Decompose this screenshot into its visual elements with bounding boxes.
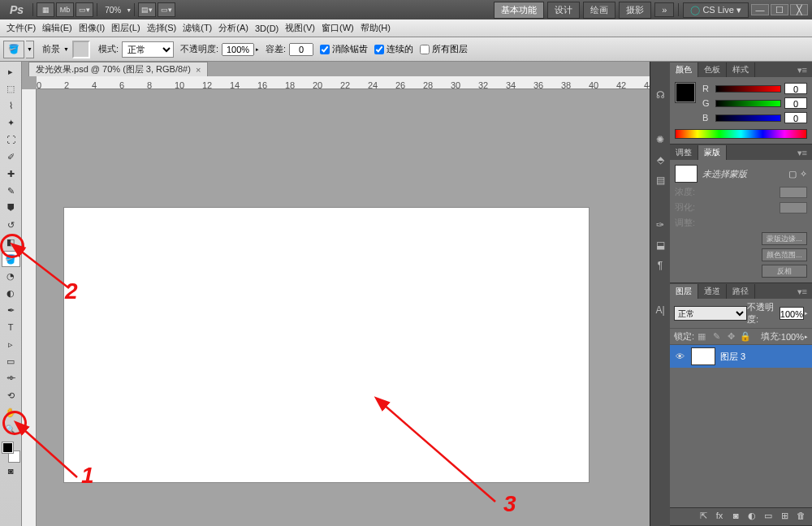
history-icon[interactable]: ☊ xyxy=(653,87,668,102)
shape-tool[interactable]: ▭ xyxy=(2,353,20,369)
pen-tool[interactable]: ✒ xyxy=(2,302,20,318)
r-value[interactable]: 0 xyxy=(784,83,807,94)
lock-pixels-icon[interactable]: ✎ xyxy=(710,331,722,343)
tool-preset-dropdown[interactable]: ▼ xyxy=(26,41,34,58)
dodge-tool[interactable]: ◐ xyxy=(2,285,20,301)
hand-tool[interactable]: ✋ xyxy=(2,404,20,420)
layer-comps-icon[interactable]: ⬓ xyxy=(653,237,668,252)
menu-layer[interactable]: 图层(L) xyxy=(108,22,143,34)
zoom-level[interactable]: 70% xyxy=(100,6,126,15)
layer-list[interactable]: 👁 图层 3 xyxy=(670,345,812,507)
vector-mask-icon[interactable]: ✧ xyxy=(800,169,807,179)
tab-channels[interactable]: 通道 xyxy=(698,284,727,299)
menu-window[interactable]: 窗口(W) xyxy=(318,22,357,34)
new-layer-icon[interactable]: ⊞ xyxy=(777,511,792,524)
document-stage[interactable] xyxy=(37,89,650,526)
eraser-tool[interactable]: ◧ xyxy=(2,234,20,250)
b-value[interactable]: 0 xyxy=(784,112,807,123)
window-close-button[interactable]: ╳ xyxy=(790,4,808,15)
menu-select[interactable]: 选择(S) xyxy=(144,22,180,34)
crop-tool[interactable]: ⛶ xyxy=(2,132,20,148)
menu-3d[interactable]: 3D(D) xyxy=(252,24,282,33)
pixel-mask-icon[interactable]: ▢ xyxy=(788,169,797,179)
launch-bridge-button[interactable]: ▦ xyxy=(37,2,54,17)
vertical-ruler[interactable] xyxy=(22,89,37,526)
canvas[interactable] xyxy=(64,208,589,482)
layers-panel-menu-icon[interactable]: ▾≡ xyxy=(793,285,812,299)
layer-thumb[interactable] xyxy=(691,347,715,365)
lock-transparent-icon[interactable]: ▦ xyxy=(696,331,707,343)
cslive-button[interactable]: ◯ CS Live ▾ xyxy=(683,2,749,18)
mask-panel-menu-icon[interactable]: ▾≡ xyxy=(793,146,812,160)
screen-mode-button[interactable]: ▭▾ xyxy=(158,2,175,17)
tab-layers[interactable]: 图层 xyxy=(670,284,698,299)
tolerance-input[interactable] xyxy=(289,43,313,56)
foreground-color-swatch[interactable] xyxy=(2,442,14,454)
fill-source-dropdown-icon[interactable]: ▼ xyxy=(63,46,69,52)
layer-opacity-value[interactable]: 100% xyxy=(780,307,804,320)
menu-analysis[interactable]: 分析(A) xyxy=(215,22,252,34)
all-layers-checkbox[interactable]: 所有图层 xyxy=(420,43,468,55)
zoom-tool[interactable]: 🔍 xyxy=(2,421,20,438)
layer-blend-select[interactable]: 正常 xyxy=(674,306,747,321)
arrange-docs-button[interactable]: ▤▾ xyxy=(138,2,156,17)
fill-pattern-swatch[interactable] xyxy=(72,41,90,58)
marquee-tool[interactable]: ⬚ xyxy=(2,80,20,97)
menu-filter[interactable]: 滤镜(T) xyxy=(179,22,215,34)
paint-bucket-tool[interactable]: 🪣 xyxy=(2,251,20,267)
link-layers-icon[interactable]: ⇱ xyxy=(696,511,710,524)
type-tool[interactable]: T xyxy=(2,319,20,335)
tab-adjust[interactable]: 调整 xyxy=(670,145,698,160)
workspace-more[interactable]: » xyxy=(654,2,674,17)
color-range-button[interactable]: 颜色范围... xyxy=(762,248,807,261)
quick-select-tool[interactable]: ✦ xyxy=(2,114,20,131)
layer-fill-value[interactable]: 100% xyxy=(781,332,804,342)
document-tab[interactable]: 发光效果.psd @ 70% (图层 3, RGB/8#) × xyxy=(28,62,208,76)
paragraph-icon[interactable]: ¶ xyxy=(653,257,668,273)
window-max-button[interactable]: ☐ xyxy=(771,4,788,15)
menu-image[interactable]: 图像(I) xyxy=(76,22,108,34)
current-tool-icon[interactable]: 🪣 xyxy=(3,41,24,58)
eyedropper-tool[interactable]: ✐ xyxy=(2,149,20,165)
opacity-dropdown-icon[interactable]: ▸ xyxy=(256,46,259,53)
lock-position-icon[interactable]: ✥ xyxy=(725,331,736,343)
layer-fx-icon[interactable]: fx xyxy=(712,511,727,524)
brush-preset-icon[interactable]: ✺ xyxy=(653,132,668,147)
tab-mask[interactable]: 蒙版 xyxy=(698,145,727,160)
horizontal-ruler[interactable]: 0246810121416182022242628303234363840424… xyxy=(37,76,650,89)
menu-edit[interactable]: 编辑(E) xyxy=(39,22,76,34)
r-slider[interactable] xyxy=(715,85,781,93)
history-brush-tool[interactable]: ↺ xyxy=(2,217,20,233)
brush-tool[interactable]: ✎ xyxy=(2,183,20,199)
color-swatches[interactable] xyxy=(2,442,20,463)
layer-row[interactable]: 👁 图层 3 xyxy=(670,345,812,368)
add-mask-icon[interactable]: ◙ xyxy=(728,511,743,524)
color-spectrum[interactable] xyxy=(675,129,807,139)
tab-styles[interactable]: 样式 xyxy=(727,63,755,77)
menu-view[interactable]: 视图(V) xyxy=(282,22,318,34)
color-panel-swatch[interactable] xyxy=(675,82,696,103)
window-min-button[interactable]: — xyxy=(751,4,769,15)
view-extras-button[interactable]: ▭▾ xyxy=(76,2,93,17)
adjustment-layer-icon[interactable]: ◐ xyxy=(745,511,759,524)
blend-mode-select[interactable]: 正常 xyxy=(122,41,174,58)
path-select-tool[interactable]: ▹ xyxy=(2,336,20,352)
3d-camera-tool[interactable]: ⟲ xyxy=(2,387,20,403)
color-panel-menu-icon[interactable]: ▾≡ xyxy=(793,63,812,77)
tab-swatches[interactable]: 色板 xyxy=(698,63,727,77)
styles-panel-icon[interactable]: A| xyxy=(653,302,668,317)
b-slider[interactable] xyxy=(715,114,781,122)
layer-name[interactable]: 图层 3 xyxy=(720,351,745,363)
menu-file[interactable]: 文件(F) xyxy=(3,22,39,34)
contiguous-checkbox[interactable]: 连续的 xyxy=(374,43,413,55)
clone-source-icon[interactable]: ⬘ xyxy=(653,152,668,167)
delete-layer-icon[interactable]: 🗑 xyxy=(793,511,808,524)
workspace-essentials[interactable]: 基本功能 xyxy=(494,2,544,19)
swatches-icon[interactable]: ▤ xyxy=(653,172,668,188)
close-tab-icon[interactable]: × xyxy=(196,65,201,75)
move-tool[interactable]: ▸ xyxy=(2,63,20,80)
tab-paths[interactable]: 路径 xyxy=(727,284,755,299)
healing-tool[interactable]: ✚ xyxy=(2,166,20,182)
character-icon[interactable]: ✑ xyxy=(653,217,668,232)
workspace-painting[interactable]: 绘画 xyxy=(583,2,615,19)
